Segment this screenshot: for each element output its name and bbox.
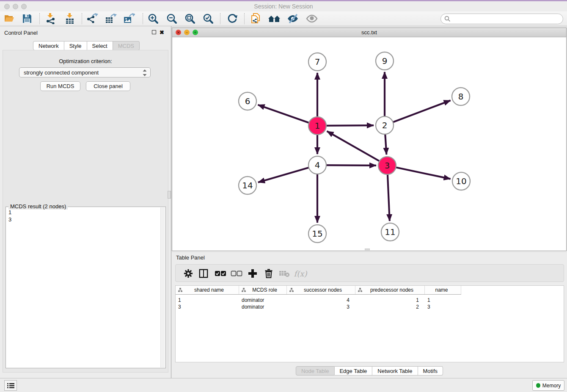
graph-edge-1-6[interactable]	[258, 105, 317, 126]
network-view-window: ✕ − + scc.txt 1234678910111415	[172, 28, 567, 251]
column-type-icon	[358, 288, 362, 292]
table-settings-gear-icon[interactable]	[182, 268, 194, 279]
select-all-icon[interactable]	[215, 268, 226, 279]
float-panel-icon[interactable]	[152, 30, 156, 34]
toolbar-separator	[82, 13, 82, 24]
tab-mcds[interactable]: MCDS	[113, 41, 140, 50]
search-icon	[444, 16, 451, 22]
create-column-plus-icon[interactable]	[247, 268, 259, 279]
first-neighbors-icon[interactable]	[267, 12, 281, 25]
status-bar: Memory	[0, 378, 567, 392]
tab-style[interactable]: Style	[64, 41, 87, 50]
table-row[interactable]: 1 dominator 4 1 1	[176, 297, 461, 304]
search-input[interactable]	[453, 16, 563, 22]
tab-node-table[interactable]: Node Table	[296, 366, 335, 375]
table-toolbar: f(x)	[175, 264, 564, 282]
tab-motifs[interactable]: Motifs	[418, 366, 443, 375]
tab-network[interactable]: Network	[33, 41, 64, 50]
task-list-icon	[7, 383, 14, 389]
mcds-result-value: 3	[8, 216, 11, 223]
export-network-icon[interactable]	[85, 12, 99, 25]
import-table-icon[interactable]	[63, 12, 77, 25]
export-table-icon[interactable]	[104, 12, 118, 25]
control-panel-title: Control Panel	[4, 30, 38, 36]
hide-selected-icon[interactable]	[286, 12, 300, 25]
column-header-name[interactable]: name	[425, 286, 461, 294]
graph-edge-2-8[interactable]	[385, 100, 451, 125]
cell-shared-name[interactable]: 1	[176, 297, 239, 304]
cell-shared-name[interactable]: 3	[176, 304, 239, 310]
graph-edge-3-10[interactable]	[387, 166, 451, 179]
memory-label: Memory	[542, 383, 561, 389]
zoom-out-icon[interactable]	[165, 12, 179, 25]
delete-table-icon[interactable]	[278, 268, 290, 279]
task-history-button[interactable]	[4, 380, 17, 391]
table-panel-title: Table Panel	[176, 254, 205, 261]
toolbar-separator	[143, 13, 143, 24]
function-builder-icon[interactable]: f(x)	[295, 268, 306, 279]
graph-node-label: 3	[385, 160, 390, 171]
app-titlebar: Session: New Session	[0, 1, 567, 11]
tab-select[interactable]: Select	[87, 41, 113, 50]
cell-successor-nodes[interactable]: 4	[287, 297, 355, 304]
criterion-dropdown[interactable]: strongly connected component	[19, 67, 151, 77]
clone-network-icon[interactable]	[248, 12, 263, 25]
column-type-icon	[289, 288, 294, 292]
run-mcds-button[interactable]: Run MCDS	[40, 81, 80, 91]
close-panel-button[interactable]: Close panel	[86, 81, 130, 91]
column-header-mcds-role[interactable]: MCDS role	[239, 286, 287, 294]
control-panel-tabs: Network Style Select MCDS	[33, 41, 140, 50]
cell-name[interactable]: 1	[425, 297, 461, 304]
cell-predecessor-nodes[interactable]: 2	[355, 304, 425, 310]
column-header-predecessor-nodes[interactable]: predecessor nodes	[355, 286, 425, 294]
mcds-panel: Optimization criterion: strongly connect…	[3, 50, 168, 373]
column-header-successor-nodes[interactable]: successor nodes	[287, 286, 355, 294]
cell-name[interactable]: 3	[425, 304, 461, 310]
control-panel: Control Panel ✖ Network Style Select MCD…	[0, 26, 171, 378]
table-panel: Table Panel ✖ f(x) s	[172, 253, 567, 378]
result-scrollbar[interactable]	[160, 207, 165, 367]
column-header-shared-name[interactable]: shared name	[176, 286, 239, 294]
network-window-titlebar[interactable]: ✕ − + scc.txt	[172, 28, 566, 37]
graph-node-label: 11	[385, 227, 395, 237]
cell-predecessor-nodes[interactable]: 1	[355, 297, 425, 304]
tab-network-table[interactable]: Network Table	[372, 366, 418, 375]
graph-node-label: 9	[382, 56, 388, 66]
tab-edge-table[interactable]: Edge Table	[334, 366, 372, 375]
graph-node-label: 10	[456, 176, 466, 186]
refresh-view-icon[interactable]	[225, 12, 239, 25]
cell-successor-nodes[interactable]: 3	[287, 304, 355, 310]
search-box	[440, 14, 563, 24]
graph-edge-3-1[interactable]	[327, 131, 387, 166]
node-table: shared name MCDS role successor nodes pr…	[175, 285, 564, 362]
close-panel-icon[interactable]: ✖	[160, 30, 164, 35]
zoom-selected-icon[interactable]	[201, 12, 215, 25]
show-all-icon[interactable]	[305, 12, 319, 25]
memory-button[interactable]: Memory	[532, 380, 564, 391]
show-columns-icon[interactable]	[198, 268, 209, 279]
splitter-handle[interactable]	[168, 191, 171, 199]
graph-node-label: 15	[312, 229, 322, 239]
table-row[interactable]: 3 dominator 3 2 3	[176, 304, 461, 310]
graph-node-label: 4	[315, 160, 320, 170]
mcds-result-box: MCDS result (2 nodes) 1 3	[6, 207, 166, 368]
graph-node-label: 6	[245, 96, 250, 106]
graph-node-label: 14	[242, 180, 253, 190]
deselect-all-icon[interactable]	[231, 268, 242, 279]
graph-node-label: 7	[315, 57, 320, 67]
zoom-fit-icon[interactable]	[183, 12, 197, 25]
cell-mcds-role[interactable]: dominator	[239, 304, 287, 310]
delete-column-trash-icon[interactable]	[263, 268, 275, 279]
cell-mcds-role[interactable]: dominator	[239, 297, 287, 304]
export-image-icon[interactable]	[122, 12, 136, 25]
zoom-in-icon[interactable]	[146, 12, 160, 25]
save-session-icon[interactable]	[20, 12, 34, 25]
mcds-result-values: 1 3	[6, 208, 14, 224]
network-canvas[interactable]: 1234678910111415	[172, 37, 566, 251]
graph-node-label: 8	[458, 91, 464, 102]
mcds-result-value: 1	[8, 209, 11, 216]
scroll-grip[interactable]	[365, 248, 370, 250]
open-session-icon[interactable]	[2, 12, 17, 25]
import-network-icon[interactable]	[43, 12, 58, 25]
toolbar-separator	[244, 13, 245, 24]
